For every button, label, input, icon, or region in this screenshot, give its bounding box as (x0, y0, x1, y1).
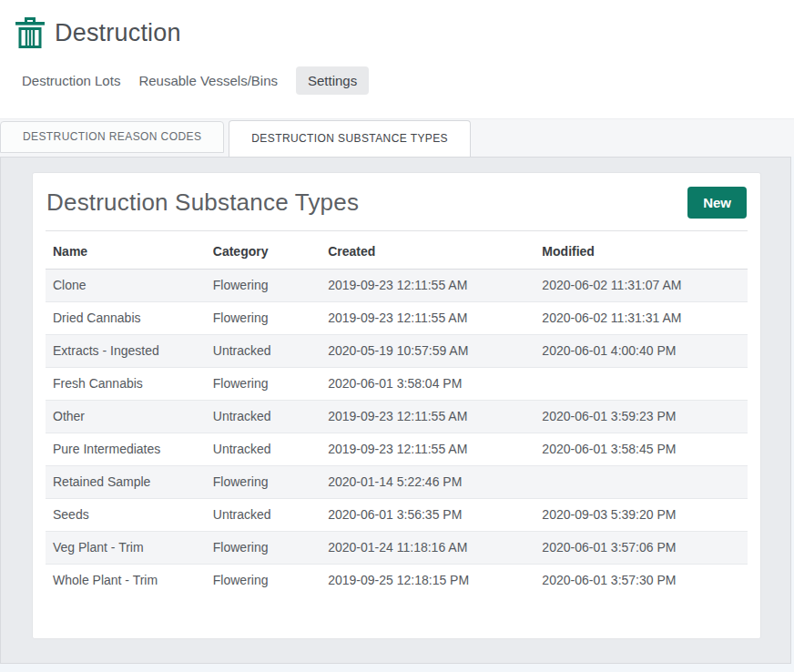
table-row[interactable]: CloneFlowering2019-09-23 12:11:55 AM2020… (46, 270, 748, 302)
table-row[interactable]: SeedsUntracked2020-06-01 3:56:35 PM2020-… (46, 499, 748, 532)
nav-item-reusable-vessels-bins[interactable]: Reusable Vessels/Bins (138, 66, 278, 95)
column-header: Modified (534, 233, 748, 270)
table-row[interactable]: OtherUntracked2019-09-23 12:11:55 AM2020… (46, 401, 748, 433)
table-cell: Seeds (46, 499, 206, 532)
page-header: Destruction Destruction Lots Reusable Ve… (0, 0, 794, 119)
tab-destruction-substance-types[interactable]: DESTRUCTION SUBSTANCE TYPES (229, 120, 471, 157)
table-cell: 2019-09-23 12:11:55 AM (321, 401, 534, 433)
table-cell: Dried Cannabis (46, 302, 206, 335)
table-cell: 2020-06-01 3:58:04 PM (321, 368, 534, 401)
page-title: Destruction (55, 19, 181, 47)
table-cell (534, 466, 748, 499)
table-cell: 2020-06-01 3:57:06 PM (534, 532, 748, 565)
table-cell: Flowering (206, 270, 321, 302)
nav-item-settings[interactable]: Settings (296, 66, 369, 95)
table-row[interactable]: Dried CannabisFlowering2019-09-23 12:11:… (46, 302, 748, 335)
new-button[interactable]: New (687, 187, 747, 219)
tab-destruction-reason-codes[interactable]: DESTRUCTION REASON CODES (0, 121, 224, 153)
settings-tab-strip: DESTRUCTION REASON CODES DESTRUCTION SUB… (0, 119, 794, 157)
table-cell: Flowering (206, 565, 321, 597)
table-cell: 2019-09-23 12:11:55 AM (321, 302, 534, 335)
table-cell: Untracked (206, 401, 321, 433)
table-cell: 2020-06-01 3:59:23 PM (534, 401, 748, 433)
table-row[interactable]: Fresh CannabisFlowering2020-06-01 3:58:0… (46, 368, 748, 401)
table-row[interactable]: Whole Plant - TrimFlowering2019-09-25 12… (46, 565, 748, 597)
card-header: Destruction Substance Types New (46, 173, 748, 231)
table-cell: Pure Intermediates (46, 433, 206, 466)
table-cell: 2020-01-24 11:18:16 AM (321, 532, 534, 565)
nav-item-destruction-lots[interactable]: Destruction Lots (22, 66, 120, 95)
table-cell: 2020-05-19 10:57:59 AM (321, 335, 534, 368)
table-cell: Flowering (206, 368, 321, 401)
trash-icon (15, 15, 46, 50)
table-cell: 2020-06-01 3:56:35 PM (321, 499, 534, 532)
table-cell: Whole Plant - Trim (46, 565, 206, 597)
table-cell: Untracked (206, 499, 321, 532)
card-title: Destruction Substance Types (46, 188, 359, 217)
table-cell: 2020-06-01 4:00:40 PM (534, 335, 748, 368)
table-cell: Extracts - Ingested (46, 335, 206, 368)
table-cell: 2019-09-25 12:18:15 PM (321, 565, 534, 597)
table-cell: 2020-01-14 5:22:46 PM (321, 466, 534, 499)
table-cell: 2020-09-03 5:39:20 PM (534, 499, 748, 532)
table-row[interactable]: Retained SampleFlowering2020-01-14 5:22:… (46, 466, 748, 499)
table-cell: 2020-06-02 11:31:07 AM (534, 270, 748, 302)
column-header: Category (206, 233, 321, 270)
header-nav: Destruction Lots Reusable Vessels/Bins S… (22, 66, 779, 96)
table-cell: Untracked (206, 433, 321, 466)
table-cell: Untracked (206, 335, 321, 368)
table-body: CloneFlowering2019-09-23 12:11:55 AM2020… (46, 270, 748, 597)
table-row[interactable]: Extracts - IngestedUntracked2020-05-19 1… (46, 335, 748, 368)
table-cell: Retained Sample (46, 466, 206, 499)
table-cell: 2020-06-01 3:58:45 PM (534, 433, 748, 466)
table-cell: Flowering (206, 532, 321, 565)
table-cell: Clone (46, 270, 206, 302)
table-header-row: NameCategoryCreatedModified (46, 233, 748, 270)
table-row[interactable]: Pure IntermediatesUntracked2019-09-23 12… (46, 433, 748, 466)
column-header: Name (46, 233, 206, 270)
title-row: Destruction (15, 15, 779, 51)
column-header: Created (321, 233, 534, 270)
table-cell: Flowering (206, 302, 321, 335)
table-cell: Flowering (206, 466, 321, 499)
table-cell: 2019-09-23 12:11:55 AM (321, 270, 534, 302)
table-cell: Veg Plant - Trim (46, 532, 206, 565)
substance-types-table: NameCategoryCreatedModified CloneFloweri… (46, 233, 748, 596)
table-row[interactable]: Veg Plant - TrimFlowering2020-01-24 11:1… (46, 532, 748, 565)
table-cell: 2019-09-23 12:11:55 AM (321, 433, 534, 466)
substance-types-card: Destruction Substance Types New NameCate… (32, 172, 761, 639)
table-cell: Other (46, 401, 206, 433)
table-cell: 2020-06-01 3:57:30 PM (534, 565, 748, 597)
tab-content-panel: Destruction Substance Types New NameCate… (0, 157, 791, 664)
table-cell (534, 368, 748, 401)
table-cell: Fresh Cannabis (46, 368, 206, 401)
table-cell: 2020-06-02 11:31:31 AM (534, 302, 748, 335)
